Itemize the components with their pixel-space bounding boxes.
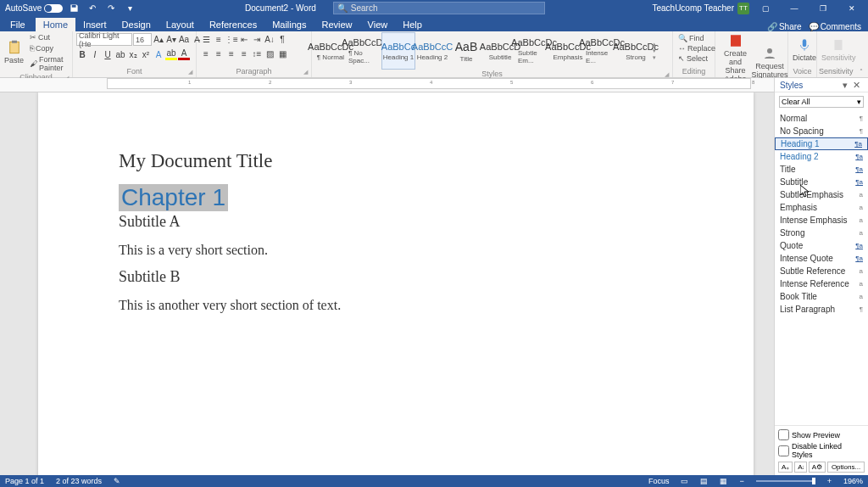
doc-subtitle-a[interactable]: Subtitle A <box>119 213 673 231</box>
autosave-toggle[interactable]: AutoSave <box>5 3 63 13</box>
style-list-item[interactable]: Normal¶ <box>775 112 868 125</box>
line-spacing-button[interactable]: ↕≡ <box>251 48 263 59</box>
numbering-button[interactable]: ≡ <box>213 33 225 45</box>
tab-help[interactable]: Help <box>395 18 430 31</box>
align-left-button[interactable]: ≡ <box>200 48 212 59</box>
tab-design[interactable]: Design <box>114 18 159 31</box>
page[interactable]: My Document Title Chapter 1 Subtitle A T… <box>38 92 754 475</box>
tab-insert[interactable]: Insert <box>75 18 114 31</box>
gallery-scroll-up[interactable]: ▴ <box>653 41 661 48</box>
zoom-in-button[interactable]: + <box>827 477 832 485</box>
style-gallery-item[interactable]: AaBTitle <box>449 32 483 70</box>
view-read-button[interactable]: ▭ <box>681 477 688 485</box>
sensitivity-button[interactable]: Sensitivity <box>819 36 859 64</box>
doc-body-b[interactable]: This is another very short section of te… <box>119 298 673 313</box>
increase-indent-button[interactable]: ⇥ <box>251 33 263 45</box>
tab-layout[interactable]: Layout <box>159 18 202 31</box>
style-gallery-item[interactable]: AaBbCcHeading 1 <box>381 32 415 70</box>
user-badge[interactable]: TT <box>737 3 749 14</box>
font-color-button[interactable]: A <box>178 48 190 60</box>
style-list-item[interactable]: Quote¶a <box>775 239 868 252</box>
style-gallery-item[interactable]: AaBbCcCHeading 2 <box>415 32 449 70</box>
style-list-item[interactable]: Subtle Emphasisa <box>775 188 868 201</box>
strike-button[interactable]: ab <box>114 48 126 60</box>
doc-heading1[interactable]: Chapter 1 <box>119 184 673 215</box>
zoom-out-button[interactable]: − <box>739 477 743 485</box>
paste-button[interactable]: Paste <box>2 39 26 66</box>
zoom-slider[interactable] <box>756 480 815 482</box>
shading-button[interactable]: ▨ <box>264 48 275 59</box>
subscript-button[interactable]: x₂ <box>127 48 139 60</box>
style-list-item[interactable]: List Paragraph¶ <box>775 303 868 316</box>
focus-mode[interactable]: Focus <box>648 477 670 485</box>
view-web-button[interactable]: ▦ <box>720 477 727 485</box>
minimize-button[interactable]: — <box>782 0 807 16</box>
style-list-item[interactable]: Intense Emphasisa <box>775 214 868 227</box>
grow-font-button[interactable]: A▴ <box>153 34 164 46</box>
style-gallery-item[interactable]: AaBbCcDcStrong <box>619 32 653 70</box>
manage-styles-button[interactable]: A⚙ <box>809 462 826 473</box>
doc-title-text[interactable]: My Document Title <box>119 150 673 172</box>
tab-references[interactable]: References <box>202 18 264 31</box>
decrease-indent-button[interactable]: ⇤ <box>238 33 250 45</box>
font-size-combo[interactable]: 16 <box>133 33 152 46</box>
format-painter-button[interactable]: 🖌Format Painter <box>28 54 70 73</box>
align-right-button[interactable]: ≡ <box>225 48 237 59</box>
maximize-button[interactable]: ❐ <box>810 0 836 16</box>
spell-check-icon[interactable]: ✎ <box>114 477 120 485</box>
disable-linked-checkbox[interactable]: Disable Linked Styles <box>778 441 865 460</box>
undo-button[interactable]: ↶ <box>85 2 100 15</box>
qat-dropdown[interactable]: ▾ <box>122 2 137 15</box>
text-effects-button[interactable]: A <box>153 48 164 60</box>
style-list-item[interactable]: Subtitle¶a <box>775 176 868 188</box>
page-count[interactable]: Page 1 of 1 <box>5 477 44 485</box>
cut-button[interactable]: ✂Cut <box>28 32 70 42</box>
align-center-button[interactable]: ≡ <box>213 48 225 59</box>
bold-button[interactable]: B <box>76 48 88 60</box>
style-list-item[interactable]: Intense Quote¶a <box>775 252 868 265</box>
show-marks-button[interactable]: ¶ <box>276 33 288 45</box>
style-list-item[interactable]: Intense Referencea <box>775 277 868 290</box>
font-name-combo[interactable]: Calibri Light (He <box>76 33 132 46</box>
underline-button[interactable]: U <box>102 48 114 60</box>
save-button[interactable] <box>66 2 81 15</box>
bullets-button[interactable]: ☰ <box>200 33 212 45</box>
dictate-button[interactable]: Dictate <box>790 36 819 64</box>
italic-button[interactable]: I <box>89 48 101 60</box>
close-button[interactable]: ✕ <box>839 0 865 16</box>
tab-review[interactable]: Review <box>314 18 360 31</box>
styles-pane-dropdown[interactable]: ▾ <box>840 80 850 91</box>
styles-pane-close[interactable]: ✕ <box>850 80 863 91</box>
doc-subtitle-b[interactable]: Subtitle B <box>119 268 673 286</box>
options-button[interactable]: Options... <box>827 462 865 473</box>
style-list-item[interactable]: Subtle Referencea <box>775 265 868 277</box>
style-list-item[interactable]: Title¶a <box>775 163 868 176</box>
find-button[interactable]: 🔍Find <box>676 33 706 43</box>
style-list-item[interactable]: Stronga <box>775 227 868 239</box>
shrink-font-button[interactable]: A▾ <box>165 34 177 46</box>
sort-button[interactable]: A↓ <box>264 33 275 45</box>
ribbon-display-button[interactable]: ▢ <box>753 0 778 16</box>
redo-button[interactable]: ↷ <box>103 2 119 15</box>
styles-launcher[interactable]: ◢ <box>665 71 669 78</box>
tab-mailings[interactable]: Mailings <box>264 18 314 31</box>
clear-all-combo[interactable]: Clear All▾ <box>779 96 864 108</box>
style-list-item[interactable]: No Spacing¶ <box>775 125 868 137</box>
style-gallery-item[interactable]: AaBbCcDc¶ No Spac... <box>348 32 381 70</box>
zoom-level[interactable]: 196% <box>843 477 863 485</box>
font-launcher[interactable]: ◢ <box>188 69 192 76</box>
tab-view[interactable]: View <box>360 18 396 31</box>
justify-button[interactable]: ≡ <box>238 48 250 59</box>
style-list-item[interactable]: Book Titlea <box>775 290 868 303</box>
superscript-button[interactable]: x² <box>140 48 152 60</box>
doc-body-a[interactable]: This is a very short section. <box>119 243 673 258</box>
multilevel-button[interactable]: ⋮≡ <box>225 33 237 45</box>
user-name[interactable]: TeachUcomp Teacher <box>652 3 734 13</box>
change-case-button[interactable]: Aa <box>178 34 190 46</box>
paragraph-launcher[interactable]: ◢ <box>303 69 308 76</box>
style-inspector-button[interactable]: Aᵢ <box>794 462 806 473</box>
show-preview-checkbox[interactable]: Show Preview <box>778 428 865 441</box>
style-list-item[interactable]: Heading 1¶a <box>775 137 868 150</box>
gallery-more[interactable]: ▾ <box>653 54 661 61</box>
select-button[interactable]: ↖Select <box>676 53 709 64</box>
